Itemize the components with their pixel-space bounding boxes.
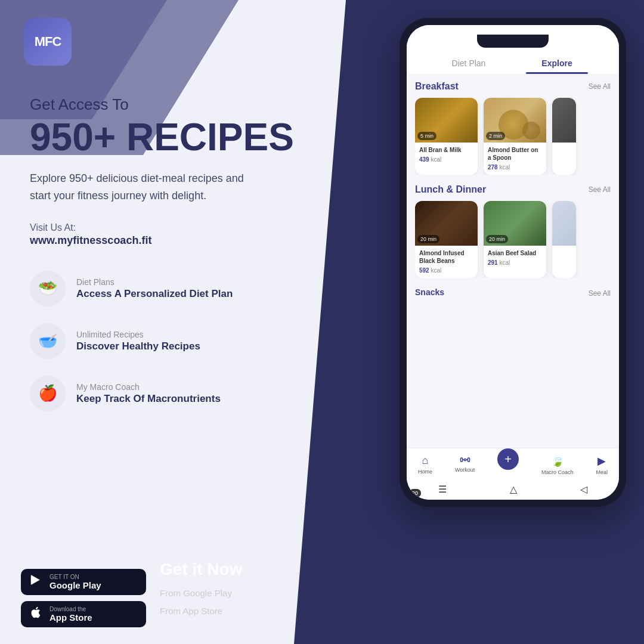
recipe-img-partial-lunch: 20 (552, 201, 576, 246)
feature-title-recipes: Discover Healthy Recipes (76, 340, 200, 352)
feature-title-diet: Access A Personalized Diet Plan (76, 288, 233, 300)
recipes-icon: 🥣 (30, 323, 66, 359)
breakfast-title: Breakfast (415, 81, 459, 92)
app-store-big-text: App Store (49, 612, 92, 623)
recipe-time-almond-butter: 2 min (486, 132, 505, 140)
recipe-name-all-bran: All Bran & Milk (419, 146, 473, 154)
phone-tabs: Diet Plan Explore (407, 54, 619, 74)
app-store-small-text: Download the (49, 606, 92, 612)
get-now-apple: From App Store (160, 602, 242, 620)
google-play-icon (29, 574, 42, 590)
lunch-section-header: Lunch & Dinner See All (415, 184, 611, 195)
website-url: www.myfitnesscoach.fit (30, 234, 304, 247)
nav-meal-label: Meal (596, 469, 608, 475)
feature-title-macro: Keep Track Of Macronutrients (76, 393, 221, 405)
recipe-time-all-bran: 5 min (417, 132, 436, 140)
feature-item-diet-plans: 🥗 Diet Plans Access A Personalized Diet … (30, 271, 304, 306)
breakfast-see-all[interactable]: See All (589, 82, 611, 91)
macro-icon: 🍎 (30, 376, 66, 411)
google-play-button[interactable]: GET IT ON Google Play (21, 569, 146, 595)
breakfast-recipe-row: 5 min All Bran & Milk 439 kcal (415, 98, 611, 175)
get-now-title: Get it Now (160, 559, 242, 580)
nav-home[interactable]: ⌂ Home (418, 454, 432, 475)
features-list: 🥗 Diet Plans Access A Personalized Diet … (30, 271, 304, 411)
recipe-name-beef-salad: Asian Beef Salad (488, 249, 542, 257)
description-text: Explore 950+ delicious diet-meal recipes… (30, 170, 256, 205)
home-icon: ⌂ (422, 454, 429, 467)
recipe-card-partial-lunch: 20 (552, 201, 576, 278)
add-button[interactable]: + (497, 448, 519, 470)
snacks-see-all[interactable]: See All (589, 289, 611, 298)
nav-meal[interactable]: ▶ Meal (596, 454, 608, 475)
left-content-area: Get Access To 950+ RECIPES Explore 950+ … (30, 95, 304, 411)
feature-item-recipes: 🥣 Unlimited Recipes Discover Healthy Rec… (30, 323, 304, 359)
recipe-time-black-beans: 20 min (417, 235, 439, 243)
feature-category-macro: My Macro Coach (76, 382, 221, 392)
nav-add[interactable]: + (497, 454, 519, 475)
tab-diet-plan[interactable]: Diet Plan (425, 54, 513, 74)
google-play-big-text: Google Play (49, 580, 101, 590)
recipe-card-almond-butter[interactable]: 2 min Almond Butter on a Spoon 278 kcal (484, 98, 546, 175)
recipe-card-partial-breakfast: 20 (552, 98, 576, 175)
android-nav-bar: ☰ △ ◁ (407, 479, 619, 500)
phone-mockup: Diet Plan Explore Breakfast See All (400, 18, 626, 507)
phone-outer-frame: Diet Plan Explore Breakfast See All (400, 18, 626, 507)
tab-explore[interactable]: Explore (513, 54, 601, 74)
diet-plans-icon: 🥗 (30, 271, 66, 306)
lunch-title: Lunch & Dinner (415, 184, 486, 195)
snacks-title: Snacks (415, 287, 444, 297)
phone-bottom-nav: ⌂ Home Workout + (407, 448, 619, 479)
logo-text: MFC (35, 34, 61, 49)
android-home-icon: △ (510, 484, 517, 495)
nav-workout-label: Workout (455, 467, 475, 473)
app-store-button[interactable]: Download the App Store (21, 601, 146, 627)
get-access-label: Get Access To (30, 95, 304, 114)
phone-scroll-area: Breakfast See All 5 min All Bran & Milk … (407, 74, 619, 448)
snacks-section-header: Snacks See All (415, 287, 611, 299)
recipe-card-black-beans[interactable]: 20 min Almond Infused Black Beans 592 kc… (415, 201, 478, 278)
recipe-kcal-all-bran: 439 kcal (419, 156, 473, 163)
lunch-recipe-row: 20 min Almond Infused Black Beans 592 kc… (415, 201, 611, 278)
macro-coach-icon: 🍃 (551, 454, 564, 467)
android-menu-icon: ☰ (438, 484, 447, 495)
nav-workout[interactable]: Workout (455, 454, 475, 475)
workout-icon (460, 454, 470, 465)
recipe-img-all-bran: 5 min (415, 98, 478, 143)
recipe-info-beef-salad: Asian Beef Salad 291 kcal (484, 246, 546, 270)
recipe-img-almond-butter: 2 min (484, 98, 546, 143)
feature-item-macro: 🍎 My Macro Coach Keep Track Of Macronutr… (30, 376, 304, 411)
phone-top-bar: Diet Plan Explore (407, 25, 619, 74)
meal-icon: ▶ (597, 454, 606, 467)
recipe-count-title: 950+ RECIPES (30, 116, 304, 158)
nav-macro-label: Macro Coach (541, 469, 574, 475)
recipe-name-black-beans: Almond Infused Black Beans (419, 249, 473, 265)
nav-macro-coach[interactable]: 🍃 Macro Coach (541, 454, 574, 475)
breakfast-section-header: Breakfast See All (415, 81, 611, 92)
lunch-see-all[interactable]: See All (589, 185, 611, 194)
recipe-img-beef-salad: 20 min (484, 201, 546, 246)
app-logo: MFC (24, 18, 72, 66)
recipe-info-black-beans: Almond Infused Black Beans 592 kcal (415, 246, 478, 278)
nav-home-label: Home (418, 469, 432, 475)
recipe-img-black-beans: 20 min (415, 201, 478, 246)
recipe-time-beef-salad: 20 min (486, 235, 508, 243)
recipe-name-almond-butter: Almond Butter on a Spoon (488, 146, 542, 162)
recipe-img-partial-breakfast: 20 (552, 98, 576, 143)
feature-category-diet: Diet Plans (76, 277, 233, 287)
recipe-info-all-bran: All Bran & Milk 439 kcal (415, 143, 478, 167)
phone-screen: Diet Plan Explore Breakfast See All (407, 25, 619, 500)
recipe-info-almond-butter: Almond Butter on a Spoon 278 kcal (484, 143, 546, 175)
recipe-kcal-almond-butter: 278 kcal (488, 164, 542, 171)
recipe-card-all-bran[interactable]: 5 min All Bran & Milk 439 kcal (415, 98, 478, 175)
recipe-kcal-beef-salad: 291 kcal (488, 259, 542, 266)
recipe-kcal-black-beans: 592 kcal (419, 267, 473, 274)
recipe-card-beef-salad[interactable]: 20 min Asian Beef Salad 291 kcal (484, 201, 546, 278)
svg-rect-4 (464, 459, 466, 461)
app-store-icon (29, 606, 42, 623)
google-play-small-text: GET IT ON (49, 574, 101, 580)
svg-rect-1 (467, 458, 469, 462)
svg-rect-0 (460, 458, 462, 462)
plus-icon: + (504, 453, 512, 465)
visit-label: Visit Us At: (30, 222, 304, 233)
get-it-now-block: Get it Now From Google Play From App Sto… (160, 559, 242, 620)
